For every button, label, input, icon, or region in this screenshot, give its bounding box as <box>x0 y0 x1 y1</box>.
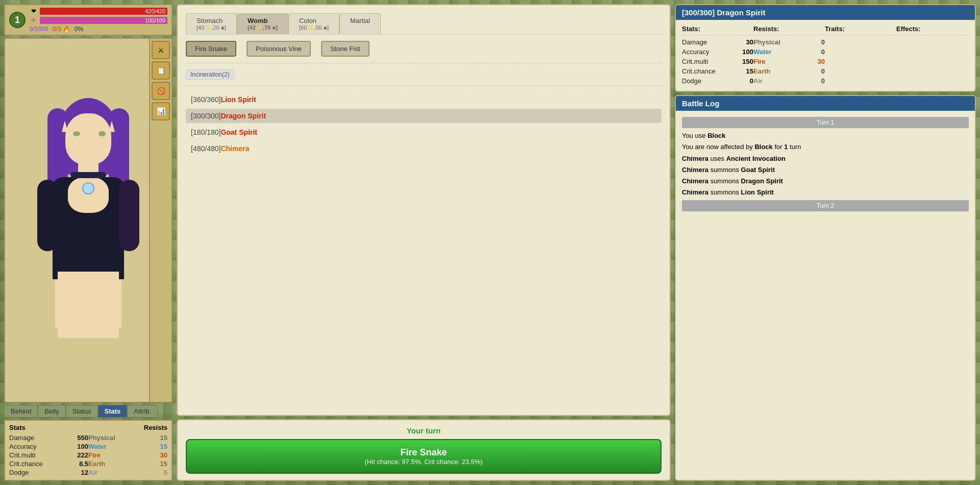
tab-stats[interactable]: Stats <box>98 405 128 418</box>
character-header: 1 ❤ 420/420 👁 100/100 0 <box>4 4 173 36</box>
log-line-3: Chimera uses Ancient Invocation <box>682 153 969 164</box>
fire-label: 0/3 🔥 <box>53 26 70 33</box>
status-incineration: Incineration(2) <box>186 69 234 80</box>
action-skill-name: Fire Snake <box>194 447 653 458</box>
tab-behind[interactable]: Behind <box>4 405 38 418</box>
tab-belly[interactable]: Belly <box>38 405 65 418</box>
battle-area: Stomach [40✨,20 ♣] Womb [42✨,70 ♣] Colon… <box>177 4 671 416</box>
log-line-4: Chimera summons Goat Spirit <box>682 164 969 176</box>
skill-btn-fire-snake[interactable]: Fire Snake <box>186 41 236 57</box>
stats-col-header: Stats <box>9 424 26 431</box>
dragon-spirit-panel: [300/300] Dragon Spirit Stats: Damage30 … <box>675 4 976 92</box>
resists-column: Resists: Physical0 Water0 Fire30 Earth0 … <box>753 25 825 86</box>
dragon-spirit-header: [300/300] Dragon Spirit <box>676 5 975 20</box>
hp-bar: 420/420 <box>40 8 167 15</box>
stats-left-col: Damage550 Accuracy100 Crit.multi222 Crit… <box>9 433 88 477</box>
side-toolbar: ⚔ 📋 🚫 📊 <box>149 39 172 402</box>
mp-label: 100/100 <box>145 17 165 24</box>
xp-label: 0/1000 <box>30 26 48 33</box>
battle-log-panel: Battle Log Turn 1 You use Block You are … <box>675 95 976 481</box>
log-line-2: You are now affected by Block for 1 turn <box>682 141 969 153</box>
log-line-1: You use Block <box>682 130 969 141</box>
right-panel: [300/300] Dragon Spirit Stats: Damage30 … <box>675 4 976 481</box>
traits-column: Traits: <box>825 25 896 86</box>
skill-buttons: Fire Snake Poisonous Vine Stone Fist <box>186 41 662 63</box>
level-badge: 1 <box>9 12 26 28</box>
tab-martial[interactable]: Martial <box>339 13 381 34</box>
turn-1-divider: Turn 1 <box>682 117 969 128</box>
traits-col-hdr: Traits: <box>825 25 896 35</box>
tab-womb[interactable]: Womb [42✨,70 ♣] <box>237 13 288 34</box>
stats-column: Stats: Damage30 Accuracy100 Crit.multi15… <box>682 25 753 86</box>
action-skill-stats: (Hit chance: 97.5%, Crit chance: 23.5%) <box>194 458 653 466</box>
toolbar-btn-scroll[interactable]: 📋 <box>152 61 170 80</box>
character-area: ⚔ 📋 🚫 📊 <box>4 38 173 403</box>
fire-percent: 0% <box>75 26 83 33</box>
skill-btn-stone-fist[interactable]: Stone Fist <box>321 41 370 57</box>
mp-icon: 👁 <box>30 16 38 25</box>
battle-log-body: Turn 1 You use Block You are now affecte… <box>676 111 975 217</box>
turn-indicator: Your turn <box>186 426 662 435</box>
tab-attrib[interactable]: Attrib. <box>127 405 158 418</box>
tab-stomach[interactable]: Stomach [40✨,20 ♣] <box>186 13 237 34</box>
center-panel: Stomach [40✨,20 ♣] Womb [42✨,70 ♣] Colon… <box>177 4 671 481</box>
enemy-goat-spirit[interactable]: [180/180]Goat Spirit <box>186 125 662 139</box>
enemy-dragon-spirit[interactable]: [300/300]Dragon Spirit <box>186 109 662 123</box>
bottom-tabs: Behind Belly Status Stats Attrib. <box>4 405 173 418</box>
stat-bars: ❤ 420/420 👁 100/100 0/1000 0/3 🔥 <box>30 7 167 33</box>
effects-column: Effects: <box>896 25 969 86</box>
dragon-spirit-body: Stats: Damage30 Accuracy100 Crit.multi15… <box>676 20 975 91</box>
battle-log-header: Battle Log <box>676 96 975 111</box>
tab-status[interactable]: Status <box>66 405 98 418</box>
skill-tabs: Stomach [40✨,20 ♣] Womb [42✨,70 ♣] Colon… <box>186 13 662 35</box>
enemy-chimera[interactable]: [480/480]Chimera <box>186 141 662 156</box>
toolbar-btn-chart[interactable]: 📊 <box>152 102 170 120</box>
toolbar-btn-ban[interactable]: 🚫 <box>152 82 170 100</box>
enemy-lion-spirit[interactable]: [360/360]Lion Spirit <box>186 92 662 107</box>
action-area: Your turn Fire Snake (Hit chance: 97.5%,… <box>177 419 671 481</box>
turn-2-divider: Turn 2 <box>682 200 969 211</box>
status-effects: Incineration(2) <box>186 69 662 86</box>
tab-colon[interactable]: Colon [60✨,55 ♣] <box>288 13 339 34</box>
stats-col-hdr: Stats: <box>682 25 753 35</box>
skill-btn-poisonous-vine[interactable]: Poisonous Vine <box>247 41 311 57</box>
enemy-list: [360/360]Lion Spirit [300/300]Dragon Spi… <box>186 92 662 156</box>
effects-col-hdr: Effects: <box>896 25 969 35</box>
resists-col-header: Resists <box>144 424 167 431</box>
resists-col-hdr: Resists: <box>753 25 825 35</box>
stats-panel: Stats Resists Damage550 Accuracy100 Crit… <box>4 420 173 481</box>
stats-right-col: Physical15 Water15 Fire30 Earth15 Air5 <box>88 433 167 477</box>
mp-bar: 100/100 <box>40 17 167 24</box>
left-panel: 1 ❤ 420/420 👁 100/100 0 <box>4 4 173 481</box>
log-line-5: Chimera summons Dragon Spirit <box>682 176 969 187</box>
toolbar-btn-sword[interactable]: ⚔ <box>152 41 170 59</box>
action-button[interactable]: Fire Snake (Hit chance: 97.5%, Crit chan… <box>186 439 662 474</box>
log-line-6: Chimera summons Lion Spirit <box>682 187 969 198</box>
hp-icon: ❤ <box>30 7 38 15</box>
hp-label: 420/420 <box>145 8 165 15</box>
